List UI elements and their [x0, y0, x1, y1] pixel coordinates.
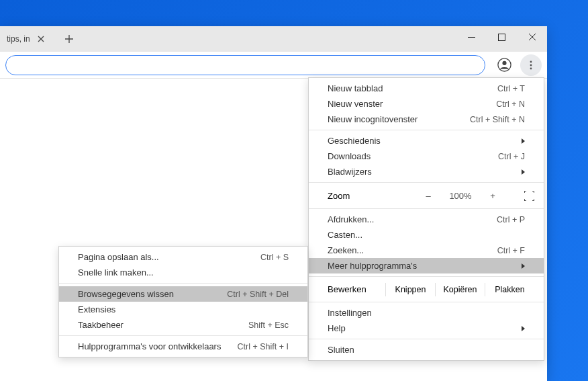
menu-shortcut: Ctrl + F — [497, 246, 525, 255]
menu-section-zoom: Zoom – 100% + — [309, 183, 544, 209]
copy-button[interactable]: Kopiëren — [435, 283, 485, 296]
menu-item-label: Hulpprogramma's voor ontwikkelaars — [78, 341, 238, 351]
svg-rect-0 — [499, 34, 505, 40]
menu-item-label: Extensies — [78, 304, 289, 314]
profile-icon[interactable] — [493, 54, 515, 76]
menu-item-label: Downloads — [328, 151, 498, 161]
menu-item-label: Nieuw incognitovenster — [328, 114, 470, 124]
menu-item-label: Browsegegevens wissen — [78, 289, 227, 299]
toolbar — [0, 52, 547, 79]
menu-item-label: Nieuw venster — [328, 99, 496, 109]
menu-item-label: Afdrukken... — [328, 214, 497, 224]
maximize-button[interactable] — [487, 26, 517, 48]
menu-item-clear-browsing-data[interactable]: Browsegegevens wissen Ctrl + Shift + Del — [59, 286, 307, 302]
menu-item-new-window[interactable]: Nieuw venster Ctrl + N — [309, 96, 544, 112]
close-tab-icon[interactable] — [36, 34, 46, 44]
minimize-button[interactable] — [456, 26, 487, 48]
menu-section: Nieuw tabblad Ctrl + T Nieuw venster Ctr… — [309, 78, 544, 130]
zoom-decrease-button[interactable]: – — [422, 191, 435, 201]
menu-shortcut: Ctrl + T — [497, 84, 525, 93]
menu-item-label: Help — [328, 323, 522, 333]
chevron-right-icon — [522, 169, 525, 175]
svg-point-3 — [530, 60, 532, 62]
menu-section: Afdrukken... Ctrl + P Casten... Zoeken..… — [309, 209, 544, 277]
menu-item-help[interactable]: Help — [309, 321, 544, 336]
menu-item-history[interactable]: Geschiedenis — [309, 133, 544, 149]
edit-label: Bewerken — [328, 284, 385, 294]
new-tab-button[interactable] — [60, 30, 79, 48]
menu-item-find[interactable]: Zoeken... Ctrl + F — [309, 243, 544, 258]
menu-section: Pagina opslaan als... Ctrl + S Snelle li… — [59, 247, 307, 284]
menu-section: Browsegegevens wissen Ctrl + Shift + Del… — [59, 284, 307, 336]
fullscreen-icon[interactable] — [524, 190, 534, 201]
tab-title: tips, in — [7, 34, 30, 44]
menu-item-label: Casten... — [328, 230, 525, 240]
menu-section: Geschiedenis Downloads Ctrl + J Bladwijz… — [309, 130, 544, 183]
browser-tab[interactable]: tips, in — [1, 29, 52, 49]
zoom-increase-button[interactable]: + — [486, 191, 499, 201]
edit-buttons: Knippen Kopiëren Plakken — [385, 283, 534, 296]
menu-section: Instellingen Help — [309, 302, 544, 339]
menu-shortcut: Shift + Esc — [248, 321, 289, 330]
menu-item-label: Instellingen — [328, 308, 525, 318]
menu-item-cast[interactable]: Casten... — [309, 227, 544, 243]
menu-item-save-page[interactable]: Pagina opslaan als... Ctrl + S — [59, 249, 307, 265]
menu-section: Sluiten — [309, 339, 544, 360]
menu-item-label: Zoeken... — [328, 245, 497, 255]
more-tools-submenu: Pagina opslaan als... Ctrl + S Snelle li… — [58, 246, 308, 357]
menu-item-dev-tools[interactable]: Hulpprogramma's voor ontwikkelaars Ctrl … — [59, 339, 307, 354]
chevron-right-icon — [522, 263, 525, 269]
menu-item-label: Nieuw tabblad — [328, 83, 497, 93]
menu-section-edit: Bewerken Knippen Kopiëren Plakken — [309, 277, 544, 302]
menu-item-exit[interactable]: Sluiten — [309, 342, 544, 357]
svg-point-4 — [530, 64, 532, 66]
menu-item-bookmarks[interactable]: Bladwijzers — [309, 164, 544, 179]
menu-shortcut: Ctrl + J — [498, 152, 525, 161]
menu-item-more-tools[interactable]: Meer hulpprogramma's — [309, 258, 544, 273]
menu-item-settings[interactable]: Instellingen — [309, 305, 544, 321]
svg-point-2 — [502, 61, 506, 65]
menu-shortcut: Ctrl + Shift + Del — [227, 290, 289, 299]
zoom-controls: – 100% + — [422, 190, 534, 201]
paste-button[interactable]: Plakken — [485, 283, 534, 296]
menu-item-label: Geschiedenis — [328, 136, 522, 146]
address-bar[interactable] — [5, 55, 485, 75]
svg-point-5 — [530, 67, 532, 69]
menu-item-incognito[interactable]: Nieuw incognitovenster Ctrl + Shift + N — [309, 112, 544, 127]
menu-shortcut: Ctrl + N — [496, 99, 525, 109]
menu-item-label: Taakbeheer — [78, 320, 248, 330]
chevron-right-icon — [522, 326, 525, 331]
menu-item-label: Bladwijzers — [328, 167, 522, 177]
menu-shortcut: Ctrl + Shift + I — [238, 342, 289, 351]
menu-item-new-tab[interactable]: Nieuw tabblad Ctrl + T — [309, 81, 544, 96]
menu-shortcut: Ctrl + S — [260, 253, 289, 262]
menu-item-task-manager[interactable]: Taakbeheer Shift + Esc — [59, 317, 307, 333]
menu-item-label: Sluiten — [328, 345, 525, 355]
zoom-label: Zoom — [328, 191, 422, 201]
menu-item-create-shortcut[interactable]: Snelle link maken... — [59, 265, 307, 280]
kebab-menu-icon[interactable] — [520, 54, 542, 76]
edit-row: Bewerken Knippen Kopiëren Plakken — [309, 280, 544, 299]
zoom-value: 100% — [447, 191, 474, 201]
main-menu: Nieuw tabblad Ctrl + T Nieuw venster Ctr… — [308, 77, 544, 361]
menu-shortcut: Ctrl + P — [497, 215, 525, 224]
close-window-button[interactable] — [517, 26, 547, 48]
menu-shortcut: Ctrl + Shift + N — [470, 115, 525, 124]
zoom-row: Zoom – 100% + — [309, 185, 544, 206]
tab-strip: tips, in — [0, 26, 79, 52]
menu-item-extensions[interactable]: Extensies — [59, 302, 307, 317]
menu-item-downloads[interactable]: Downloads Ctrl + J — [309, 149, 544, 164]
menu-item-label: Snelle link maken... — [78, 267, 289, 278]
menu-section: Hulpprogramma's voor ontwikkelaars Ctrl … — [59, 336, 307, 357]
title-bar: tips, in — [0, 26, 547, 52]
chevron-right-icon — [522, 138, 525, 144]
menu-item-label: Pagina opslaan als... — [78, 252, 260, 262]
menu-item-label: Meer hulpprogramma's — [328, 261, 522, 271]
toolbar-icons — [493, 54, 542, 76]
cut-button[interactable]: Knippen — [385, 283, 435, 296]
menu-item-print[interactable]: Afdrukken... Ctrl + P — [309, 212, 544, 227]
window-controls — [456, 26, 547, 48]
